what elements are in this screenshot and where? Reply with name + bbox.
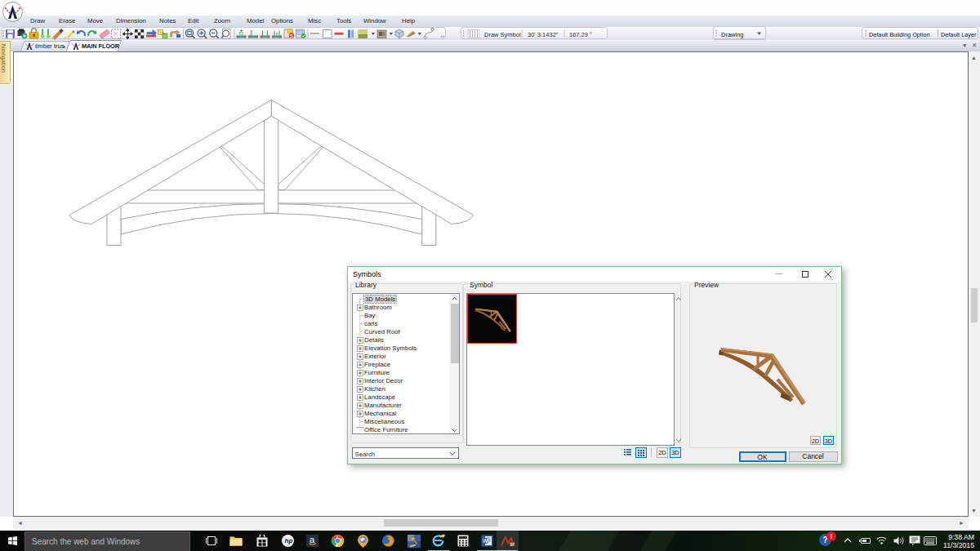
svg-text:W: W (483, 538, 488, 544)
svg-text:SP: SP (510, 543, 515, 547)
